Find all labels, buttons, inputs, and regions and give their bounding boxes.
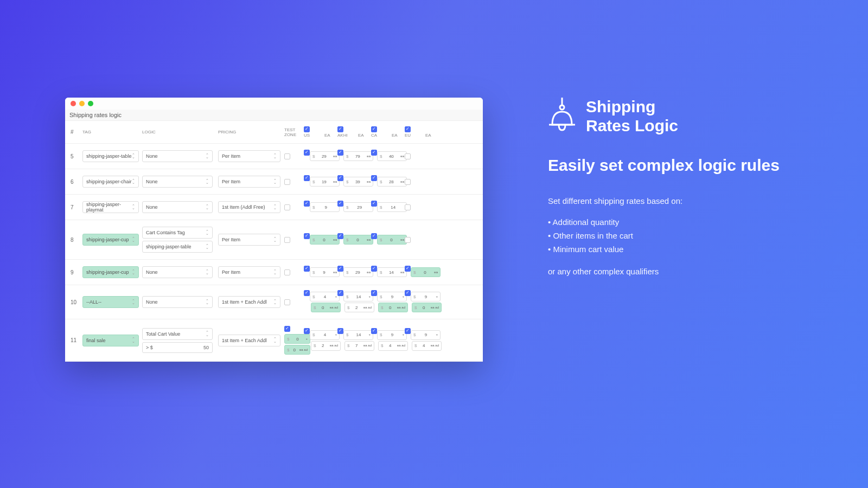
price-input[interactable]: $29ea: [343, 267, 373, 277]
price-input[interactable]: $14ea: [377, 267, 407, 277]
price-input[interactable]: $19ea: [310, 177, 340, 187]
zone-checkbox[interactable]: [337, 266, 343, 272]
zone-checkbox[interactable]: [371, 175, 377, 181]
test-zone-checkbox[interactable]: [284, 153, 290, 159]
price-input[interactable]: $9+: [377, 330, 407, 340]
test-zone-checkbox[interactable]: [284, 299, 290, 305]
price-input[interactable]: $9: [310, 202, 340, 212]
zone-checkbox[interactable]: [371, 201, 377, 207]
logic-input[interactable]: > $50: [142, 342, 213, 353]
row-number: 8: [71, 237, 82, 243]
pricing-select[interactable]: 1st Item (Addl Free): [218, 201, 280, 213]
price-input[interactable]: $29ea: [310, 151, 340, 161]
price-input[interactable]: $9+: [411, 292, 441, 301]
price-input[interactable]: $0ea: [411, 267, 441, 277]
logic-select[interactable]: None: [142, 266, 213, 278]
price-input[interactable]: $0ea: [343, 235, 373, 245]
tag-select[interactable]: shipping-jasper-chair: [82, 176, 139, 188]
pricing-select[interactable]: 1st Item + Each Addl: [218, 296, 280, 308]
price-input[interactable]: $9+: [377, 292, 407, 301]
price-input[interactable]: $39ea: [343, 177, 373, 187]
zone-checkbox[interactable]: [405, 290, 411, 296]
zone-checkbox[interactable]: [337, 233, 343, 239]
test-zone-checkbox[interactable]: [284, 179, 290, 185]
zone-checkbox[interactable]: [371, 290, 377, 296]
price-input[interactable]: $0ea ad: [378, 303, 408, 312]
price-input[interactable]: $14+: [343, 330, 373, 340]
zone-checkbox[interactable]: [337, 175, 343, 181]
price-input[interactable]: $0ea ad: [412, 303, 442, 312]
zone-unit: ea: [392, 133, 398, 138]
price-input[interactable]: $79ea: [343, 151, 373, 161]
logic-select[interactable]: None: [142, 201, 213, 213]
test-zone-checkbox[interactable]: [284, 326, 290, 332]
zone-checkbox[interactable]: [304, 328, 310, 334]
minimize-icon[interactable]: [79, 101, 85, 106]
test-zone-checkbox[interactable]: [284, 269, 290, 275]
logic-select[interactable]: None: [142, 296, 213, 308]
test-zone-checkbox[interactable]: [284, 204, 290, 210]
logic-select[interactable]: Cart Contains Tag: [142, 227, 213, 239]
pricing-select[interactable]: Per Item: [218, 234, 280, 246]
zone-checkbox[interactable]: [337, 150, 343, 156]
tag-select[interactable]: shipping-jasper-cup: [82, 266, 139, 278]
price-input[interactable]: $0ea: [377, 235, 407, 245]
zone-checkbox[interactable]: [371, 328, 377, 334]
price-input[interactable]: $28ea: [377, 177, 407, 187]
zone-checkbox[interactable]: [304, 233, 310, 239]
zone-enable-checkbox[interactable]: [304, 126, 310, 132]
price-input[interactable]: $40ea: [377, 151, 407, 161]
zone-enable-checkbox[interactable]: [371, 126, 377, 132]
price-input[interactable]: $14: [377, 202, 407, 212]
zone-checkbox[interactable]: [337, 201, 343, 207]
zone-checkbox[interactable]: [304, 175, 310, 181]
zone-checkbox[interactable]: [371, 233, 377, 239]
logic-select[interactable]: None: [142, 176, 213, 188]
zone-checkbox[interactable]: [337, 290, 343, 296]
zone-checkbox[interactable]: [304, 201, 310, 207]
price-input[interactable]: $4ea ad: [412, 341, 442, 351]
zone-checkbox[interactable]: [405, 266, 411, 272]
zone-enable-checkbox[interactable]: [405, 126, 411, 132]
price-input[interactable]: $14+: [343, 292, 373, 301]
price-input[interactable]: $29: [343, 202, 373, 212]
logic-select[interactable]: shipping-jasper-table: [142, 241, 213, 253]
tag-select[interactable]: --ALL--: [82, 296, 139, 308]
price-input[interactable]: $4+: [310, 330, 340, 340]
zone-checkbox[interactable]: [304, 266, 310, 272]
zone-checkbox[interactable]: [371, 266, 377, 272]
zone-checkbox[interactable]: [337, 328, 343, 334]
pricing-select[interactable]: Per Item: [218, 266, 280, 278]
maximize-icon[interactable]: [88, 101, 93, 106]
price-input[interactable]: $0ea: [310, 235, 340, 245]
zone-checkbox[interactable]: [304, 150, 310, 156]
price-input[interactable]: $9+: [411, 330, 441, 340]
tag-select[interactable]: shipping-jasper-cup: [82, 234, 139, 246]
pricing-select[interactable]: 1st Item + Each Addl: [218, 335, 280, 346]
pricing-select[interactable]: Per Item: [218, 176, 280, 188]
zone-checkbox[interactable]: [405, 328, 411, 334]
close-icon[interactable]: [71, 101, 76, 106]
price-input[interactable]: $2ea ad: [344, 303, 374, 312]
tag-select[interactable]: shipping-jasper-playmat: [82, 201, 139, 213]
logic-select[interactable]: None: [142, 150, 213, 162]
price-input[interactable]: $4ea ad: [378, 341, 408, 351]
pricing-select[interactable]: Per Item: [218, 150, 280, 162]
zone-checkbox[interactable]: [405, 153, 411, 159]
header-tag: TAG: [82, 130, 142, 134]
zone-checkbox[interactable]: [371, 150, 377, 156]
price-input[interactable]: $9ea: [310, 267, 340, 277]
price-input[interactable]: $4+: [310, 292, 340, 301]
logic-select[interactable]: Total Cart Value: [142, 328, 213, 340]
zone-checkbox[interactable]: [304, 290, 310, 296]
zone-checkbox[interactable]: [405, 179, 411, 185]
zone-enable-checkbox[interactable]: [337, 126, 343, 132]
tag-select[interactable]: final sale: [82, 335, 139, 346]
tag-select[interactable]: shipping-jasper-table: [82, 150, 139, 162]
price-input[interactable]: $7ea ad: [344, 341, 374, 351]
price-input[interactable]: $0ea ad: [311, 303, 341, 312]
price-input[interactable]: $2ea ad: [311, 341, 341, 351]
test-zone-checkbox[interactable]: [284, 237, 290, 243]
zone-checkbox[interactable]: [405, 237, 411, 243]
zone-checkbox[interactable]: [405, 204, 411, 210]
